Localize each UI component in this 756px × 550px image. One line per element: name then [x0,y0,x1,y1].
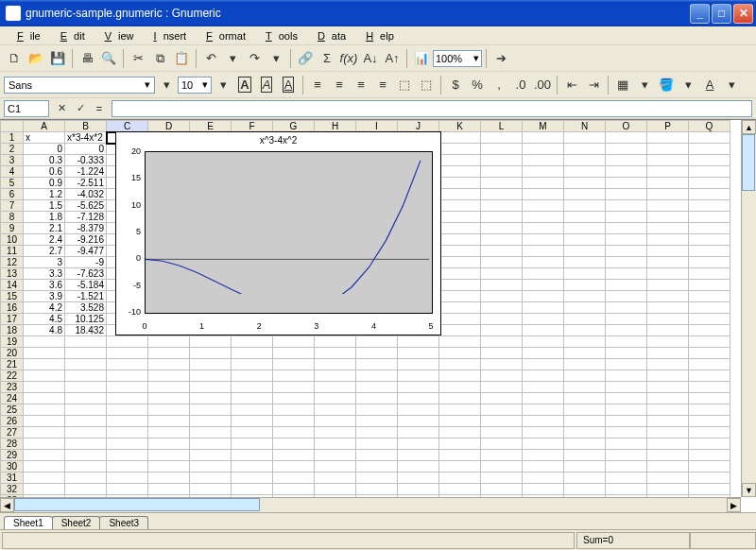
cell-Q10[interactable] [689,234,730,246]
cell-P3[interactable] [647,155,689,166]
scroll-down-button[interactable]: ▼ [742,483,756,497]
cell-G30[interactable] [273,461,315,473]
menu-file[interactable]: File [4,28,47,43]
cell-E31[interactable] [190,473,232,484]
formula-equals-button[interactable]: = [91,100,108,117]
sheet-tab-sheet1[interactable]: Sheet1 [4,516,53,529]
cell-A5[interactable]: 0.9 [24,178,65,189]
cell-K30[interactable] [439,461,481,473]
cell-C23[interactable] [107,382,148,393]
column-header-P[interactable]: P [647,121,689,132]
cell-N12[interactable] [564,257,606,268]
sheet-tab-sheet3[interactable]: Sheet3 [99,516,148,529]
cell-P28[interactable] [647,438,689,450]
cell-K22[interactable] [439,370,481,382]
cell-I25[interactable] [356,404,398,416]
cell-L27[interactable] [481,427,523,438]
cell-M29[interactable] [523,450,564,461]
cell-L22[interactable] [481,370,523,382]
cell-L30[interactable] [481,461,523,473]
cell-P27[interactable] [647,427,689,438]
cell-P1[interactable] [647,132,689,144]
cell-L16[interactable] [481,302,523,314]
row-header-19[interactable]: 19 [1,336,24,348]
cell-A10[interactable]: 2.4 [24,234,65,246]
cell-I31[interactable] [356,473,398,484]
cell-L9[interactable] [481,223,523,234]
column-header-M[interactable]: M [523,121,564,132]
cell-M6[interactable] [523,189,564,200]
cell-E32[interactable] [190,484,232,495]
cell-L14[interactable] [481,280,523,291]
cell-M7[interactable] [523,200,564,212]
horizontal-scroll-thumb[interactable] [14,498,260,511]
cell-Q3[interactable] [689,155,730,166]
column-header-O[interactable]: O [606,121,647,132]
cell-B2[interactable]: 0 [65,144,107,155]
cell-J22[interactable] [398,370,439,382]
cell-I22[interactable] [356,370,398,382]
cell-H26[interactable] [315,416,356,427]
cell-N3[interactable] [564,155,606,166]
print-button[interactable]: 🖶 [77,48,97,69]
cell-M30[interactable] [523,461,564,473]
cell-O5[interactable] [606,178,647,189]
cell-L7[interactable] [481,200,523,212]
cell-M11[interactable] [523,246,564,257]
cell-N9[interactable] [564,223,606,234]
cell-I20[interactable] [356,348,398,359]
column-header-I[interactable]: I [356,121,398,132]
accept-edit-button[interactable]: ✓ [72,100,89,117]
column-header-G[interactable]: G [273,121,315,132]
cell-C22[interactable] [107,370,148,382]
column-header-D[interactable]: D [148,121,190,132]
cell-E22[interactable] [190,370,232,382]
row-header-14[interactable]: 14 [1,280,24,291]
cell-A13[interactable]: 3.3 [24,268,65,280]
cell-E29[interactable] [190,450,232,461]
cell-M19[interactable] [523,336,564,348]
cell-O10[interactable] [606,234,647,246]
cell-J30[interactable] [398,461,439,473]
hyperlink-button[interactable]: 🔗 [295,48,316,69]
cell-P31[interactable] [647,473,689,484]
cell-G21[interactable] [273,359,315,370]
cell-H23[interactable] [315,382,356,393]
menu-insert[interactable]: Insert [141,28,194,43]
cell-M12[interactable] [523,257,564,268]
cell-D23[interactable] [148,382,190,393]
decrease-decimals-button[interactable]: .00 [532,75,553,95]
row-header-1[interactable]: 1 [1,132,24,144]
cell-H28[interactable] [315,438,356,450]
cell-H19[interactable] [315,336,356,348]
cell-P21[interactable] [647,359,689,370]
cell-A19[interactable] [24,336,65,348]
cell-J19[interactable] [398,336,439,348]
cell-B7[interactable]: -5.625 [65,200,107,212]
cell-K11[interactable] [439,246,481,257]
cell-B18[interactable]: 18.432 [65,325,107,336]
borders-dropdown[interactable]: ▾ [634,75,655,95]
cell-B1[interactable]: x*3-4x*2 [65,132,107,144]
cell-K32[interactable] [439,484,481,495]
cell-O8[interactable] [606,212,647,223]
cell-O6[interactable] [606,189,647,200]
menu-format[interactable]: Format [193,28,252,43]
cell-N24[interactable] [564,393,606,404]
cell-J28[interactable] [398,438,439,450]
cell-P2[interactable] [647,144,689,155]
cell-P30[interactable] [647,461,689,473]
row-header-8[interactable]: 8 [1,212,24,223]
cell-C25[interactable] [107,404,148,416]
cell-F25[interactable] [232,404,273,416]
cell-P18[interactable] [647,325,689,336]
cell-L13[interactable] [481,268,523,280]
cell-C27[interactable] [107,427,148,438]
cell-P10[interactable] [647,234,689,246]
cell-D27[interactable] [148,427,190,438]
cell-K3[interactable] [439,155,481,166]
cell-O21[interactable] [606,359,647,370]
cell-L2[interactable] [481,144,523,155]
cell-G29[interactable] [273,450,315,461]
cell-Q9[interactable] [689,223,730,234]
